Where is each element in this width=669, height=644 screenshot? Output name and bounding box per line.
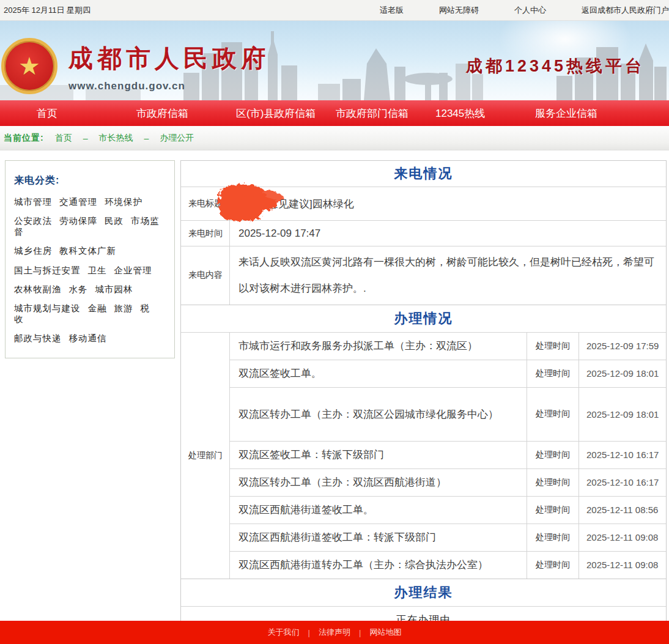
process-row: 双流区转办工单（主办：双流区西航港街道） 处理时间 2025-12-10 16:…	[230, 468, 666, 496]
call-title-value: 意见建议]园林绿化	[230, 187, 666, 220]
site-name: 成都市人民政府	[68, 42, 270, 75]
footer-legal-notice[interactable]: 法律声明	[319, 627, 350, 638]
link-elder-version[interactable]: 适老版	[380, 5, 404, 16]
breadcrumb-separator: –	[83, 133, 88, 143]
platform-title: 成都12345热线平台	[466, 55, 645, 77]
call-time-label: 来电时间	[181, 221, 230, 246]
category-link[interactable]: 农林牧副渔	[14, 284, 62, 294]
process-row: 市城市运行和政务服务办拟派工单（主办：双流区） 处理时间 2025-12-09 …	[230, 333, 666, 360]
footer-about-us[interactable]: 关于我们	[268, 627, 300, 638]
category-line: 国土与拆迁安置卫生企业管理	[14, 265, 166, 276]
link-back-to-portal[interactable]: 返回成都市人民政府门户	[582, 5, 669, 16]
process-text: 双流区西航港街道转办工单（主办：综合执法办公室）	[230, 552, 527, 579]
process-text: 双流区签收工单。	[230, 360, 527, 387]
process-time-label: 处理时间	[527, 388, 579, 441]
call-time-row: 来电时间 2025-12-09 17:47	[181, 220, 666, 246]
category-line: 城市规划与建设金融旅游税收	[14, 303, 166, 325]
site-url: www.chengdu.gov.cn	[68, 80, 270, 92]
category-link[interactable]: 劳动保障	[59, 216, 97, 226]
process-time: 2025-12-11 09:08	[579, 524, 666, 551]
breadcrumb-separator: –	[144, 133, 149, 143]
nav-item-home[interactable]: 首页	[37, 106, 136, 120]
process-row: 双流区签收工单：转派下级部门 处理时间 2025-12-10 16:17	[230, 441, 666, 468]
category-line: 邮政与快递移动通信	[14, 333, 166, 344]
nav-item-dept-mailbox[interactable]: 市政府部门信箱	[336, 106, 435, 120]
footer-separator: |	[308, 628, 310, 637]
call-title-label: 来电标题	[181, 187, 230, 220]
category-link[interactable]: 金融	[88, 303, 107, 313]
process-text: 双流区西航港街道签收工单：转派下级部门	[230, 524, 527, 551]
category-link[interactable]: 公安政法	[14, 216, 52, 226]
site-banner: ★ 成都市人民政府 www.chengdu.gov.cn 成都12345热线平台	[0, 21, 669, 100]
process-text: 市城市运行和政务服务办拟派工单（主办：双流区）	[230, 333, 527, 360]
topbar-links: 适老版 网站无障碍 个人中心 返回成都市人民政府门户	[380, 5, 669, 16]
section-title-call-info: 来电情况	[181, 161, 666, 187]
top-utility-bar: 2025年 12月11日 星期四 适老版 网站无障碍 个人中心 返回成都市人民政…	[0, 0, 669, 21]
process-row: 双流区转办工单（主办：双流区公园城市绿化服务中心） 处理时间 2025-12-0…	[230, 387, 666, 441]
main-nav: 首页 市政府信箱 区(市)县政府信箱 市政府部门信箱 12345热线 服务企业信…	[0, 100, 669, 126]
breadcrumb-handling-public[interactable]: 办理公开	[160, 133, 194, 144]
category-line: 城市管理交通管理环境保护	[14, 197, 166, 207]
process-dept-label: 处理部门	[181, 333, 230, 579]
category-link[interactable]: 国土与拆迁安置	[14, 265, 81, 275]
footer-separator: |	[359, 628, 361, 637]
category-link[interactable]: 城乡住房	[14, 246, 52, 256]
process-text: 双流区西航港街道签收工单。	[230, 497, 527, 524]
nav-item-enterprise-mailbox[interactable]: 服务企业信箱	[535, 106, 635, 120]
breadcrumb-mayor-hotline[interactable]: 市长热线	[98, 133, 133, 144]
breadcrumb: 当前位置: 首页 – 市长热线 – 办理公开	[0, 126, 669, 150]
breadcrumb-home[interactable]: 首页	[55, 133, 72, 144]
category-link[interactable]: 交通管理	[59, 197, 97, 207]
process-time-label: 处理时间	[527, 360, 579, 387]
national-emblem-icon: ★	[1, 38, 57, 94]
section-title-process: 办理情况	[181, 305, 666, 332]
site-footer: 关于我们 | 法律声明 | 网站地图	[0, 621, 669, 644]
category-link[interactable]: 城市管理	[14, 197, 52, 207]
page-content: 来电分类: 城市管理交通管理环境保护 公安政法劳动保障民政市场监督 城乡住房教科…	[0, 150, 669, 634]
call-content-label: 来电内容	[181, 246, 230, 305]
process-row: 双流区西航港街道签收工单：转派下级部门 处理时间 2025-12-11 09:0…	[230, 524, 666, 551]
process-row: 双流区签收工单。 处理时间 2025-12-09 18:01	[230, 360, 666, 387]
ticket-detail-table: 来电情况 来电标题 意见建议]园林绿化	[180, 160, 667, 634]
category-link[interactable]: 城市园林	[95, 284, 133, 294]
process-time-label: 处理时间	[527, 497, 579, 524]
process-time: 2025-12-09 18:01	[579, 360, 666, 387]
category-link[interactable]: 企业管理	[114, 265, 152, 275]
nav-item-district-gov-mailbox[interactable]: 区(市)县政府信箱	[236, 106, 336, 120]
category-line: 公安政法劳动保障民政市场监督	[14, 216, 166, 237]
section-title-result: 办理结果	[181, 579, 666, 606]
process-section: 处理部门 市城市运行和政务服务办拟派工单（主办：双流区） 处理时间 2025-1…	[181, 332, 666, 579]
category-link[interactable]: 城市规划与建设	[14, 303, 81, 313]
category-link[interactable]: 民政	[105, 216, 124, 226]
process-text: 双流区签收工单：转派下级部门	[230, 442, 527, 468]
star-icon: ★	[18, 54, 40, 78]
call-category-sidebar: 来电分类: 城市管理交通管理环境保护 公安政法劳动保障民政市场监督 城乡住房教科…	[5, 160, 175, 358]
nav-item-12345-hotline[interactable]: 12345热线	[435, 106, 535, 120]
link-personal-center[interactable]: 个人中心	[514, 5, 546, 16]
process-time-label: 处理时间	[527, 469, 579, 496]
process-time: 2025-12-10 16:17	[579, 469, 666, 496]
nav-item-city-gov-mailbox[interactable]: 市政府信箱	[136, 106, 236, 120]
category-line: 城乡住房教科文体广新	[14, 246, 166, 256]
site-identity[interactable]: 成都市人民政府 www.chengdu.gov.cn	[68, 42, 270, 92]
category-link[interactable]: 邮政与快递	[14, 333, 62, 343]
category-link[interactable]: 旅游	[114, 303, 133, 313]
call-title-row: 来电标题 意见建议]园林绿化	[181, 187, 666, 220]
process-rows: 市城市运行和政务服务办拟派工单（主办：双流区） 处理时间 2025-12-09 …	[230, 333, 666, 579]
category-link[interactable]: 移动通信	[69, 333, 107, 343]
category-link[interactable]: 教科文体广新	[59, 246, 116, 256]
footer-sitemap[interactable]: 网站地图	[369, 627, 401, 638]
category-link[interactable]: 环境保护	[105, 197, 142, 207]
process-row: 双流区西航港街道转办工单（主办：综合执法办公室） 处理时间 2025-12-11…	[230, 551, 666, 579]
process-time: 2025-12-09 17:59	[579, 333, 666, 360]
process-time-label: 处理时间	[527, 333, 579, 360]
process-row: 双流区西航港街道签收工单。 处理时间 2025-12-11 08:56	[230, 496, 666, 524]
process-time-label: 处理时间	[527, 552, 579, 579]
process-time-label: 处理时间	[527, 524, 579, 551]
category-link[interactable]: 水务	[69, 284, 88, 294]
call-content-value: 来话人反映双流区黄河北路有一棵很大的树，树龄可能比较久，但是树叶已经枯死，希望可…	[230, 246, 666, 305]
link-accessibility[interactable]: 网站无障碍	[439, 5, 479, 16]
call-content-row: 来电内容 来话人反映双流区黄河北路有一棵很大的树，树龄可能比较久，但是树叶已经枯…	[181, 246, 666, 305]
call-time-value: 2025-12-09 17:47	[230, 221, 666, 246]
category-link[interactable]: 卫生	[88, 265, 107, 275]
